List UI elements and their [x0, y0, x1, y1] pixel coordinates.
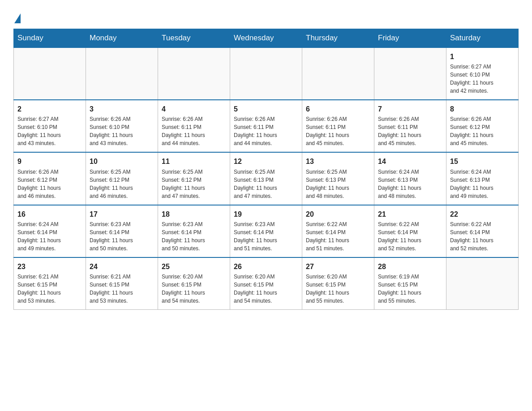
day-info: Sunrise: 6:26 AM Sunset: 6:11 PM Dayligh…: [162, 115, 226, 147]
calendar-cell: 21Sunrise: 6:22 AM Sunset: 6:14 PM Dayli…: [374, 205, 446, 257]
day-info: Sunrise: 6:22 AM Sunset: 6:14 PM Dayligh…: [450, 220, 515, 253]
day-number: 1: [450, 51, 515, 62]
day-number: 8: [450, 104, 515, 114]
day-info: Sunrise: 6:24 AM Sunset: 6:14 PM Dayligh…: [17, 220, 82, 253]
calendar-cell: [14, 47, 86, 100]
calendar-cell: 20Sunrise: 6:22 AM Sunset: 6:14 PM Dayli…: [302, 205, 374, 257]
weekday-header-monday: Monday: [86, 29, 158, 48]
calendar-cell: 11Sunrise: 6:25 AM Sunset: 6:12 PM Dayli…: [158, 152, 230, 205]
day-number: 7: [378, 104, 442, 114]
day-info: Sunrise: 6:20 AM Sunset: 6:15 PM Dayligh…: [234, 273, 298, 305]
day-number: 27: [306, 261, 370, 272]
calendar-cell: 17Sunrise: 6:23 AM Sunset: 6:14 PM Dayli…: [86, 205, 158, 257]
calendar-cell: 27Sunrise: 6:20 AM Sunset: 6:15 PM Dayli…: [302, 257, 374, 310]
day-number: 17: [90, 209, 154, 219]
day-info: Sunrise: 6:25 AM Sunset: 6:13 PM Dayligh…: [234, 168, 298, 200]
calendar-cell: 23Sunrise: 6:21 AM Sunset: 6:15 PM Dayli…: [14, 257, 86, 310]
weekday-header-row: SundayMondayTuesdayWednesdayThursdayFrid…: [14, 29, 519, 48]
day-number: 11: [162, 156, 226, 167]
day-number: 2: [17, 104, 82, 114]
week-row-1: 1Sunrise: 6:27 AM Sunset: 6:10 PM Daylig…: [14, 47, 519, 100]
day-number: 14: [378, 156, 442, 167]
weekday-header-friday: Friday: [374, 29, 446, 48]
calendar-cell: [302, 47, 374, 100]
day-info: Sunrise: 6:25 AM Sunset: 6:12 PM Dayligh…: [90, 168, 154, 200]
day-number: 9: [17, 156, 82, 167]
day-number: 16: [17, 209, 82, 219]
calendar-cell: 19Sunrise: 6:23 AM Sunset: 6:14 PM Dayli…: [230, 205, 302, 257]
day-number: 22: [450, 209, 515, 219]
calendar-cell: 15Sunrise: 6:24 AM Sunset: 6:13 PM Dayli…: [446, 152, 519, 205]
day-info: Sunrise: 6:26 AM Sunset: 6:11 PM Dayligh…: [234, 115, 298, 147]
day-number: 13: [306, 156, 370, 167]
day-number: 15: [450, 156, 515, 167]
calendar-cell: 5Sunrise: 6:26 AM Sunset: 6:11 PM Daylig…: [230, 100, 302, 152]
calendar-cell: [446, 257, 519, 310]
week-row-3: 9Sunrise: 6:26 AM Sunset: 6:12 PM Daylig…: [14, 152, 519, 205]
day-number: 24: [90, 261, 154, 272]
day-info: Sunrise: 6:26 AM Sunset: 6:10 PM Dayligh…: [90, 115, 154, 147]
day-info: Sunrise: 6:23 AM Sunset: 6:14 PM Dayligh…: [162, 220, 226, 253]
day-number: 26: [234, 261, 298, 272]
calendar-cell: 22Sunrise: 6:22 AM Sunset: 6:14 PM Dayli…: [446, 205, 519, 257]
calendar-cell: [158, 47, 230, 100]
calendar-cell: 28Sunrise: 6:19 AM Sunset: 6:15 PM Dayli…: [374, 257, 446, 310]
calendar-cell: 1Sunrise: 6:27 AM Sunset: 6:10 PM Daylig…: [446, 47, 519, 100]
day-info: Sunrise: 6:21 AM Sunset: 6:15 PM Dayligh…: [17, 273, 82, 305]
day-info: Sunrise: 6:25 AM Sunset: 6:13 PM Dayligh…: [306, 168, 370, 200]
day-info: Sunrise: 6:24 AM Sunset: 6:13 PM Dayligh…: [378, 168, 442, 200]
day-info: Sunrise: 6:21 AM Sunset: 6:15 PM Dayligh…: [90, 273, 154, 305]
calendar-cell: 6Sunrise: 6:26 AM Sunset: 6:11 PM Daylig…: [302, 100, 374, 152]
weekday-header-thursday: Thursday: [302, 29, 374, 48]
day-number: 3: [90, 104, 154, 114]
calendar-cell: 10Sunrise: 6:25 AM Sunset: 6:12 PM Dayli…: [86, 152, 158, 205]
weekday-header-sunday: Sunday: [14, 29, 86, 48]
day-info: Sunrise: 6:26 AM Sunset: 6:12 PM Dayligh…: [17, 168, 82, 200]
calendar-cell: 14Sunrise: 6:24 AM Sunset: 6:13 PM Dayli…: [374, 152, 446, 205]
calendar-cell: 8Sunrise: 6:26 AM Sunset: 6:12 PM Daylig…: [446, 100, 519, 152]
week-row-5: 23Sunrise: 6:21 AM Sunset: 6:15 PM Dayli…: [14, 257, 519, 310]
weekday-header-wednesday: Wednesday: [230, 29, 302, 48]
logo-triangle-icon: [14, 13, 21, 23]
calendar-table: SundayMondayTuesdayWednesdayThursdayFrid…: [13, 29, 519, 310]
day-info: Sunrise: 6:25 AM Sunset: 6:12 PM Dayligh…: [162, 168, 226, 200]
day-number: 20: [306, 209, 370, 219]
calendar-cell: [230, 47, 302, 100]
day-info: Sunrise: 6:23 AM Sunset: 6:14 PM Dayligh…: [234, 220, 298, 253]
day-info: Sunrise: 6:20 AM Sunset: 6:15 PM Dayligh…: [306, 273, 370, 305]
calendar-cell: 18Sunrise: 6:23 AM Sunset: 6:14 PM Dayli…: [158, 205, 230, 257]
day-info: Sunrise: 6:20 AM Sunset: 6:15 PM Dayligh…: [162, 273, 226, 305]
day-number: 5: [234, 104, 298, 114]
day-info: Sunrise: 6:22 AM Sunset: 6:14 PM Dayligh…: [378, 220, 442, 253]
calendar-cell: 26Sunrise: 6:20 AM Sunset: 6:15 PM Dayli…: [230, 257, 302, 310]
day-info: Sunrise: 6:23 AM Sunset: 6:14 PM Dayligh…: [90, 220, 154, 253]
calendar-cell: 9Sunrise: 6:26 AM Sunset: 6:12 PM Daylig…: [14, 152, 86, 205]
calendar-cell: 7Sunrise: 6:26 AM Sunset: 6:11 PM Daylig…: [374, 100, 446, 152]
calendar-cell: 13Sunrise: 6:25 AM Sunset: 6:13 PM Dayli…: [302, 152, 374, 205]
calendar-cell: 25Sunrise: 6:20 AM Sunset: 6:15 PM Dayli…: [158, 257, 230, 310]
calendar-cell: 3Sunrise: 6:26 AM Sunset: 6:10 PM Daylig…: [86, 100, 158, 152]
day-number: 4: [162, 104, 226, 114]
calendar-cell: [86, 47, 158, 100]
day-number: 19: [234, 209, 298, 219]
day-info: Sunrise: 6:26 AM Sunset: 6:12 PM Dayligh…: [450, 115, 515, 147]
week-row-4: 16Sunrise: 6:24 AM Sunset: 6:14 PM Dayli…: [14, 205, 519, 257]
day-number: 12: [234, 156, 298, 167]
day-number: 6: [306, 104, 370, 114]
day-info: Sunrise: 6:27 AM Sunset: 6:10 PM Dayligh…: [17, 115, 82, 147]
day-info: Sunrise: 6:22 AM Sunset: 6:14 PM Dayligh…: [306, 220, 370, 253]
page-header: [13, 9, 519, 21]
calendar-cell: [374, 47, 446, 100]
day-number: 21: [378, 209, 442, 219]
day-info: Sunrise: 6:19 AM Sunset: 6:15 PM Dayligh…: [378, 273, 442, 305]
logo: [13, 9, 21, 21]
calendar-cell: 4Sunrise: 6:26 AM Sunset: 6:11 PM Daylig…: [158, 100, 230, 152]
day-number: 23: [17, 261, 82, 272]
weekday-header-saturday: Saturday: [446, 29, 519, 48]
day-info: Sunrise: 6:26 AM Sunset: 6:11 PM Dayligh…: [378, 115, 442, 147]
day-number: 28: [378, 261, 442, 272]
week-row-2: 2Sunrise: 6:27 AM Sunset: 6:10 PM Daylig…: [14, 100, 519, 152]
day-number: 25: [162, 261, 226, 272]
weekday-header-tuesday: Tuesday: [158, 29, 230, 48]
day-info: Sunrise: 6:27 AM Sunset: 6:10 PM Dayligh…: [450, 63, 515, 95]
